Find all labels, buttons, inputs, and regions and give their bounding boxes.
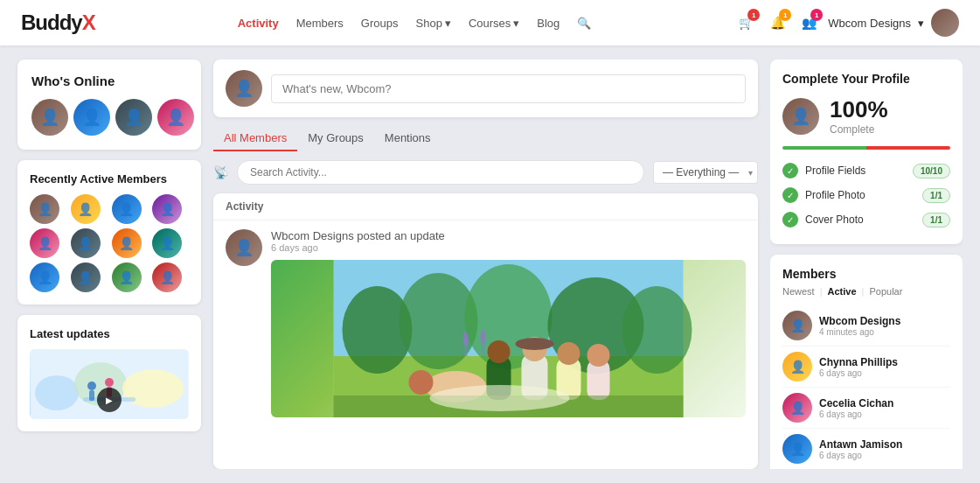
latest-updates-title: Latest updates — [30, 327, 189, 340]
whats-new-input[interactable] — [271, 74, 746, 103]
member-avatar-1[interactable] — [782, 311, 812, 340]
everything-select-wrapper: — Everything — — [653, 161, 758, 184]
center-content: All Members My Groups Mentions 📡 — Every… — [201, 60, 770, 469]
user-name: Wbcom Designs — [828, 17, 911, 30]
profile-item-photo-left: ✓ Profile Photo — [782, 187, 865, 203]
member-avatar-3[interactable] — [782, 393, 812, 423]
recent-member-5[interactable] — [30, 228, 59, 258]
recent-member-6[interactable] — [71, 228, 101, 258]
post-image — [271, 260, 746, 417]
everything-select[interactable]: — Everything — — [653, 161, 758, 184]
member-avatar-4[interactable] — [782, 434, 812, 464]
online-avatar-4[interactable] — [157, 99, 194, 136]
nav-blog[interactable]: Blog — [537, 17, 560, 30]
recent-member-2[interactable] — [71, 194, 101, 224]
member-item-4: Antawn Jamison 6 days ago — [782, 429, 950, 469]
user-chip[interactable]: Wbcom Designs ▾ — [828, 9, 959, 37]
rss-icon[interactable]: 📡 — [213, 165, 228, 179]
svg-point-30 — [587, 344, 610, 367]
nav-members[interactable]: Members — [296, 17, 344, 30]
post-image-svg — [271, 260, 746, 417]
profile-card: Complete Your Profile 100% Complete ✓ — [770, 60, 963, 244]
member-name-4[interactable]: Antawn Jamison — [819, 438, 950, 451]
svg-point-21 — [409, 370, 434, 395]
filter-pipe-1: | — [820, 286, 823, 297]
search-activity-input[interactable] — [237, 160, 644, 185]
svg-point-3 — [122, 369, 184, 408]
profile-complete-row: 100% Complete — [782, 96, 950, 136]
member-name-1[interactable]: Wbcom Designs — [819, 315, 950, 327]
topbar: BuddyX Activity Members Groups Shop ▾ Co… — [0, 0, 980, 46]
recent-member-1[interactable] — [30, 194, 59, 224]
svg-point-5 — [87, 382, 96, 390]
notif-badge-2: 1 — [779, 9, 791, 21]
logo[interactable]: BuddyX — [21, 10, 95, 35]
filter-pipe-2: | — [862, 286, 865, 297]
play-button[interactable]: ▶ — [97, 388, 122, 412]
post-author[interactable]: Wbcom Designs posted an update — [271, 229, 746, 242]
recent-member-3[interactable] — [112, 194, 142, 224]
progress-red — [866, 146, 950, 150]
svg-point-23 — [488, 340, 511, 363]
profile-fields-badge: 10/10 — [913, 164, 950, 178]
nav-groups[interactable]: Groups — [361, 17, 399, 30]
profile-cover-badge: 1/1 — [922, 213, 950, 228]
profile-fields-label: Profile Fields — [805, 164, 865, 177]
post-author-avatar[interactable] — [226, 229, 262, 266]
profile-avatar[interactable] — [782, 98, 819, 135]
activity-feed: Activity Wbcom Designs posted an update … — [213, 193, 758, 469]
profile-progress-bar — [782, 146, 950, 150]
nav-shop[interactable]: Shop ▾ — [416, 17, 451, 30]
notif-badge-1: 1 — [747, 9, 760, 21]
member-avatar-2[interactable] — [782, 352, 812, 382]
whos-online-title: Who's Online — [31, 74, 187, 88]
member-time-1: 4 minutes ago — [819, 327, 950, 337]
notif-badge-3: 1 — [810, 9, 823, 21]
profile-item-cover-left: ✓ Cover Photo — [782, 212, 864, 228]
member-info-2: Chynna Phillips 6 days ago — [819, 356, 950, 378]
svg-point-32 — [430, 385, 570, 411]
online-avatar-2[interactable] — [73, 99, 110, 136]
recent-member-10[interactable] — [71, 262, 101, 292]
whos-online-card: Who's Online — [17, 60, 201, 150]
member-name-2[interactable]: Chynna Phillips — [819, 356, 950, 368]
profile-percent-block: 100% Complete — [830, 96, 888, 136]
svg-point-7 — [105, 378, 114, 387]
online-avatar-1[interactable] — [31, 99, 68, 136]
nav-activity[interactable]: Activity — [238, 17, 279, 30]
topbar-right: 🛒 1 🔔 1 👥 1 Wbcom Designs ▾ — [733, 9, 959, 37]
recent-member-8[interactable] — [152, 228, 182, 258]
notif-bell-icon[interactable]: 🛒 1 — [733, 10, 758, 35]
left-sidebar: Who's Online Recently Active Members — [17, 60, 201, 469]
filter-newest[interactable]: Newest — [782, 286, 815, 297]
activity-post: Wbcom Designs posted an update 6 days ag… — [213, 220, 758, 426]
tab-my-groups[interactable]: My Groups — [297, 126, 374, 151]
members-filter: Newest | Active | Popular — [782, 286, 950, 297]
svg-point-19 — [481, 330, 486, 344]
updates-thumbnail[interactable]: ▶ — [30, 349, 189, 419]
tab-all-members[interactable]: All Members — [213, 126, 297, 151]
svg-rect-6 — [89, 390, 94, 401]
notif-message-icon[interactable]: 🔔 1 — [765, 10, 789, 35]
filter-popular[interactable]: Popular — [869, 286, 902, 297]
tab-mentions[interactable]: Mentions — [374, 126, 441, 151]
recent-member-7[interactable] — [112, 228, 142, 258]
profile-item-photo: ✓ Profile Photo 1/1 — [782, 183, 950, 207]
online-avatars — [31, 99, 187, 136]
notif-alert-icon[interactable]: 👥 1 — [796, 10, 821, 35]
member-item-3: Cecelia Cichan 6 days ago — [782, 388, 950, 429]
nav-search-icon[interactable]: 🔍 — [577, 17, 591, 30]
filter-active[interactable]: Active — [828, 286, 857, 297]
activity-tabs: All Members My Groups Mentions — [213, 126, 758, 151]
profile-fields-check: ✓ — [782, 163, 798, 178]
user-avatar — [931, 9, 959, 37]
nav-courses[interactable]: Courses ▾ — [469, 17, 519, 30]
online-avatar-3[interactable] — [115, 99, 152, 136]
profile-cover-check: ✓ — [782, 212, 798, 228]
recent-member-9[interactable] — [30, 262, 59, 292]
content-area: Who's Online Recently Active Members — [0, 46, 980, 483]
member-name-3[interactable]: Cecelia Cichan — [819, 397, 950, 410]
recent-member-4[interactable] — [152, 194, 182, 224]
recent-member-12[interactable] — [152, 262, 182, 292]
recent-member-11[interactable] — [112, 262, 142, 292]
